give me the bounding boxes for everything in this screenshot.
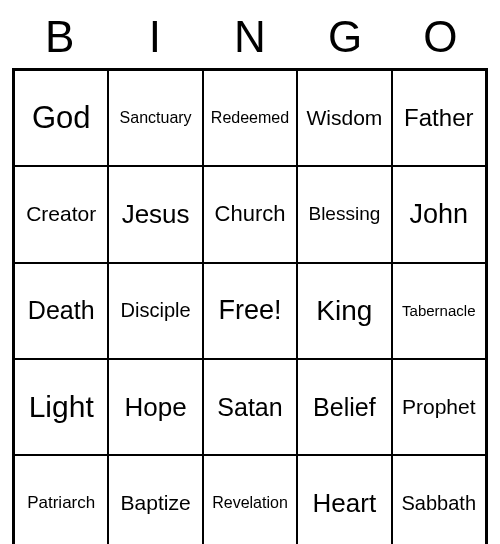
bingo-cell[interactable]: Father [392, 70, 486, 166]
bingo-cell[interactable]: Baptize [108, 455, 202, 544]
bingo-cell[interactable]: John [392, 166, 486, 262]
bingo-cell[interactable]: Death [14, 263, 108, 359]
bingo-cell[interactable]: Heart [297, 455, 391, 544]
header-letter-g: G [298, 12, 393, 62]
bingo-cell[interactable]: Sanctuary [108, 70, 202, 166]
header-letter-b: B [12, 12, 107, 62]
bingo-cell[interactable]: Hope [108, 359, 202, 455]
bingo-cell[interactable]: Light [14, 359, 108, 455]
bingo-header: B I N G O [12, 12, 488, 62]
bingo-cell[interactable]: Church [203, 166, 297, 262]
header-letter-i: I [107, 12, 202, 62]
bingo-cell[interactable]: Redeemed [203, 70, 297, 166]
bingo-cell[interactable]: Satan [203, 359, 297, 455]
bingo-cell[interactable]: Blessing [297, 166, 391, 262]
bingo-cell-free[interactable]: Free! [203, 263, 297, 359]
bingo-grid: God Sanctuary Redeemed Wisdom Father Cre… [12, 68, 488, 544]
bingo-cell[interactable]: Tabernacle [392, 263, 486, 359]
bingo-cell[interactable]: Creator [14, 166, 108, 262]
header-letter-n: N [202, 12, 297, 62]
bingo-card: B I N G O God Sanctuary Redeemed Wisdom … [12, 12, 488, 544]
bingo-cell[interactable]: Prophet [392, 359, 486, 455]
bingo-cell[interactable]: Sabbath [392, 455, 486, 544]
bingo-cell[interactable]: Jesus [108, 166, 202, 262]
bingo-cell[interactable]: King [297, 263, 391, 359]
bingo-cell[interactable]: Patriarch [14, 455, 108, 544]
bingo-cell[interactable]: Wisdom [297, 70, 391, 166]
header-letter-o: O [393, 12, 488, 62]
bingo-cell[interactable]: Revelation [203, 455, 297, 544]
bingo-cell[interactable]: Disciple [108, 263, 202, 359]
bingo-cell[interactable]: Belief [297, 359, 391, 455]
bingo-cell[interactable]: God [14, 70, 108, 166]
